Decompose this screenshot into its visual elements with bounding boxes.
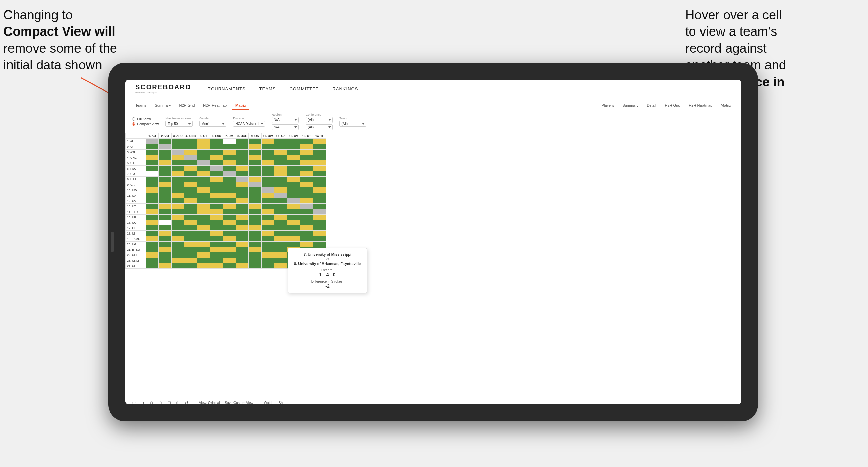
matrix-cell[interactable]: [249, 150, 262, 155]
matrix-cell[interactable]: [313, 236, 326, 242]
matrix-cell[interactable]: [300, 215, 313, 220]
matrix-cell[interactable]: [159, 177, 172, 182]
matrix-cell[interactable]: [184, 209, 197, 215]
matrix-cell[interactable]: [236, 247, 249, 252]
matrix-cell[interactable]: [197, 182, 210, 187]
matrix-cell[interactable]: [172, 155, 184, 160]
matrix-cell[interactable]: [197, 155, 210, 160]
matrix-cell[interactable]: [210, 252, 223, 258]
matrix-cell[interactable]: [197, 150, 210, 155]
matrix-cell[interactable]: [236, 160, 249, 166]
matrix-cell[interactable]: [197, 198, 210, 204]
matrix-cell[interactable]: [262, 182, 274, 187]
matrix-cell[interactable]: [287, 182, 300, 187]
conference-select2[interactable]: (All): [306, 124, 333, 130]
matrix-cell[interactable]: [262, 236, 274, 242]
matrix-cell[interactable]: [159, 187, 172, 193]
matrix-cell[interactable]: [223, 220, 236, 225]
matrix-cell[interactable]: [313, 209, 326, 215]
matrix-cell[interactable]: [184, 160, 197, 166]
matrix-cell[interactable]: [236, 177, 249, 182]
matrix-cell[interactable]: [146, 144, 159, 150]
matrix-cell[interactable]: [197, 258, 210, 263]
region-select[interactable]: N/A: [272, 117, 299, 123]
matrix-cell[interactable]: [197, 220, 210, 225]
matrix-cell[interactable]: [287, 236, 300, 242]
matrix-cell[interactable]: [184, 166, 197, 171]
matrix-cell[interactable]: [159, 242, 172, 247]
matrix-cell[interactable]: [172, 247, 184, 252]
matrix-cell[interactable]: [184, 171, 197, 177]
matrix-cell[interactable]: [236, 187, 249, 193]
matrix-cell[interactable]: [223, 215, 236, 220]
radio-compact-view[interactable]: Compact View: [132, 122, 159, 126]
matrix-cell[interactable]: [197, 166, 210, 171]
matrix-cell[interactable]: [236, 144, 249, 150]
matrix-cell[interactable]: [236, 236, 249, 242]
tab-summary-left[interactable]: Summary: [151, 101, 174, 110]
matrix-cell[interactable]: [159, 144, 172, 150]
matrix-cell[interactable]: [146, 166, 159, 171]
matrix-cell[interactable]: [313, 144, 326, 150]
matrix-cell[interactable]: [274, 242, 287, 247]
matrix-cell[interactable]: [172, 193, 184, 198]
matrix-cell[interactable]: [223, 177, 236, 182]
matrix-cell[interactable]: [184, 242, 197, 247]
matrix-cell[interactable]: [146, 139, 159, 144]
matrix-cell[interactable]: [210, 236, 223, 242]
matrix-cell[interactable]: [313, 182, 326, 187]
matrix-cell[interactable]: [287, 225, 300, 231]
matrix-cell[interactable]: [262, 144, 274, 150]
matrix-cell[interactable]: [236, 258, 249, 263]
matrix-cell[interactable]: [146, 204, 159, 209]
matrix-cell[interactable]: [262, 258, 274, 263]
matrix-cell[interactable]: [197, 215, 210, 220]
matrix-cell[interactable]: [249, 198, 262, 204]
radio-full-view[interactable]: Full View: [132, 117, 159, 121]
matrix-cell[interactable]: [313, 177, 326, 182]
matrix-cell[interactable]: [236, 150, 249, 155]
matrix-cell[interactable]: [184, 252, 197, 258]
matrix-cell[interactable]: [300, 231, 313, 236]
matrix-cell[interactable]: [287, 187, 300, 193]
matrix-cell[interactable]: [274, 263, 287, 269]
matrix-cell[interactable]: [146, 160, 159, 166]
matrix-cell[interactable]: [249, 193, 262, 198]
matrix-cell[interactable]: [249, 258, 262, 263]
matrix-cell[interactable]: [210, 187, 223, 193]
matrix-cell[interactable]: [172, 139, 184, 144]
matrix-cell[interactable]: [184, 231, 197, 236]
tab-matrix-right[interactable]: Matrix: [717, 101, 734, 110]
matrix-cell[interactable]: [262, 187, 274, 193]
matrix-cell[interactable]: [223, 231, 236, 236]
matrix-cell[interactable]: [262, 193, 274, 198]
matrix-cell[interactable]: [249, 236, 262, 242]
tab-h2h-heatmap-left[interactable]: H2H Heatmap: [200, 101, 230, 110]
matrix-cell[interactable]: [287, 139, 300, 144]
matrix-cell[interactable]: [262, 177, 274, 182]
matrix-cell[interactable]: [313, 215, 326, 220]
matrix-cell[interactable]: [249, 187, 262, 193]
nav-committee[interactable]: COMMITTEE: [289, 86, 319, 91]
matrix-cell[interactable]: [262, 171, 274, 177]
matrix-cell[interactable]: [197, 209, 210, 215]
matrix-cell[interactable]: [236, 198, 249, 204]
matrix-cell[interactable]: [313, 220, 326, 225]
matrix-cell[interactable]: [210, 193, 223, 198]
matrix-cell[interactable]: [172, 182, 184, 187]
matrix-cell[interactable]: [184, 236, 197, 242]
matrix-cell[interactable]: [313, 139, 326, 144]
matrix-cell[interactable]: [249, 171, 262, 177]
matrix-cell[interactable]: [184, 187, 197, 193]
matrix-cell[interactable]: [210, 231, 223, 236]
matrix-cell[interactable]: [172, 220, 184, 225]
matrix-cell[interactable]: [236, 215, 249, 220]
matrix-cell[interactable]: [223, 247, 236, 252]
matrix-cell[interactable]: [210, 171, 223, 177]
matrix-cell[interactable]: [262, 160, 274, 166]
tab-summary-right[interactable]: Summary: [619, 101, 642, 110]
matrix-cell[interactable]: [274, 166, 287, 171]
matrix-cell[interactable]: [159, 258, 172, 263]
max-teams-select[interactable]: Top 50: [165, 121, 193, 127]
matrix-cell[interactable]: [300, 139, 313, 144]
